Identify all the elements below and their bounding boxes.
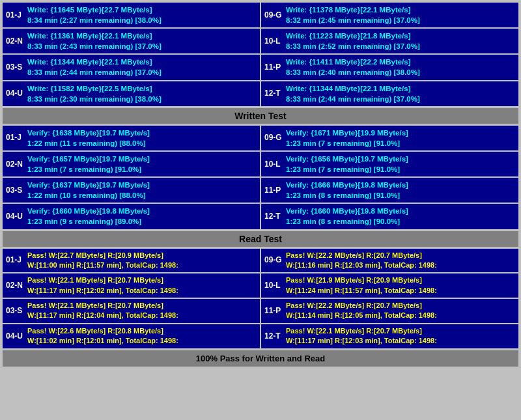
cell-line1: Write: {11344 MByte}[22.1 MByte/s]	[286, 83, 515, 94]
cell-line2: 8:33 min (2:44 min remaining) [37.0%]	[27, 67, 257, 77]
cell-line1: Verify: {1656 MByte}[19.7 MByte/s]	[286, 154, 515, 164]
cell-content: Write: {11378 MByte}[22.1 MByte/s]8:32 m…	[286, 5, 515, 25]
device-cell: 10-LPass! W:[21.9 MByte/s] R:[20.9 MByte…	[261, 273, 518, 298]
device-id: 04-U	[6, 88, 24, 99]
cell-content: Pass! W:[21.9 MByte/s] R:[20.9 MByte/s]W…	[286, 275, 515, 296]
cell-line1: Write: {11378 MByte}[22.1 MByte/s]	[286, 5, 515, 15]
cell-line2: 1:23 min (9 s remaining) [89.0%]	[27, 216, 257, 227]
device-cell: 10-LWrite: {11223 MByte}[21.8 MByte/s]8:…	[261, 29, 518, 53]
device-id: 03-S	[6, 62, 24, 73]
cell-line2: W:[11:16 min] R:[12:03 min], TotalCap: 1…	[286, 260, 515, 270]
cell-line2: 8:33 min (2:44 min remaining) [37.0%]	[286, 94, 515, 104]
cell-line1: Verify: {1657 MByte}[19.7 MByte/s]	[27, 154, 257, 164]
device-cell: 03-SVerify: {1637 MByte}[19.7 MByte/s]1:…	[3, 178, 260, 203]
cell-content: Pass! W:[22.1 MByte/s] R:[20.7 MByte/s]W…	[286, 326, 515, 346]
cell-content: Pass! W:[22.1 MByte/s] R:[20.7 MByte/s]W…	[27, 301, 257, 321]
cell-content: Pass! W:[22.1 MByte/s] R:[20.7 MByte/s]W…	[27, 275, 257, 296]
cell-line1: Pass! W:[22.2 MByte/s] R:[20.7 MByte/s]	[286, 251, 515, 260]
cell-content: Verify: {1637 MByte}[19.7 MByte/s]1:22 m…	[27, 180, 257, 201]
cell-line1: Write: {11223 MByte}[21.8 MByte/s]	[286, 31, 515, 41]
device-cell: 04-UPass! W:[22.6 MByte/s] R:[20.8 MByte…	[3, 324, 260, 348]
device-cell: 12-TVerify: {1660 MByte}[19.8 MByte/s]1:…	[261, 204, 518, 229]
cell-line1: Verify: {1638 MByte}[19.7 MByte/s]	[27, 128, 257, 138]
verify-section: 01-JVerify: {1638 MByte}[19.7 MByte/s]1:…	[3, 126, 518, 229]
cell-line1: Pass! W:[22.6 MByte/s] R:[20.8 MByte/s]	[27, 326, 257, 336]
device-cell: 03-SWrite: {11344 MByte}[22.1 MByte/s]8:…	[3, 55, 260, 79]
device-cell: 09-GVerify: {1671 MByte}[19.9 MByte/s]1:…	[261, 126, 518, 150]
device-cell: 09-GPass! W:[22.2 MByte/s] R:[20.7 MByte…	[261, 249, 518, 273]
device-cell: 01-JPass! W:[22.7 MByte/s] R:[20.9 MByte…	[3, 249, 260, 273]
cell-line2: 8:33 min (2:52 min remaining) [37.0%]	[286, 41, 515, 51]
cell-content: Write: {11223 MByte}[21.8 MByte/s]8:33 m…	[286, 31, 515, 51]
cell-line2: 8:33 min (2:30 min remaining) [38.0%]	[27, 94, 257, 104]
cell-content: Verify: {1660 MByte}[19.8 MByte/s]1:23 m…	[286, 206, 515, 227]
cell-line1: Verify: {1660 MByte}[19.8 MByte/s]	[27, 206, 257, 216]
cell-line2: 8:34 min (2:27 min remaining) [38.0%]	[27, 15, 257, 25]
written-test-label: Written Test	[3, 108, 518, 124]
cell-content: Verify: {1671 MByte}[19.9 MByte/s]1:23 m…	[286, 128, 515, 148]
cell-line2: 8:33 min (2:43 min remaining) [37.0%]	[27, 41, 257, 51]
device-id: 12-T	[264, 88, 283, 99]
cell-content: Verify: {1638 MByte}[19.7 MByte/s]1:22 m…	[27, 128, 257, 148]
cell-content: Write: {11361 MByte}[22.1 MByte/s]8:33 m…	[27, 31, 257, 51]
device-cell: 02-NVerify: {1657 MByte}[19.7 MByte/s]1:…	[3, 152, 260, 176]
cell-line1: Verify: {1666 MByte}[19.8 MByte/s]	[286, 180, 515, 190]
cell-line1: Verify: {1637 MByte}[19.7 MByte/s]	[27, 180, 257, 190]
device-id: 10-L	[264, 280, 283, 291]
device-id: 02-N	[6, 36, 24, 47]
device-id: 02-N	[6, 159, 24, 170]
cell-line2: W:[11:00 min] R:[11:57 min], TotalCap: 1…	[27, 260, 257, 270]
cell-line2: 1:23 min (8 s remaining) [91.0%]	[286, 190, 515, 201]
device-cell: 09-GWrite: {11378 MByte}[22.1 MByte/s]8:…	[261, 3, 518, 27]
device-id: 12-T	[264, 331, 283, 342]
write-section: 01-JWrite: {11645 MByte}[22.7 MByte/s]8:…	[3, 3, 518, 106]
device-id: 04-U	[6, 331, 24, 342]
device-id: 09-G	[264, 132, 283, 143]
cell-line1: Verify: {1660 MByte}[19.8 MByte/s]	[286, 206, 515, 216]
device-id: 11-P	[264, 185, 283, 196]
cell-line2: W:[11:02 min] R:[12:01 min], TotalCap: 1…	[27, 336, 257, 346]
device-id: 02-N	[6, 280, 24, 291]
cell-line2: W:[11:17 min] R:[12:04 min], TotalCap: 1…	[27, 311, 257, 320]
device-id: 04-U	[6, 211, 24, 222]
device-cell: 12-TWrite: {11344 MByte}[22.1 MByte/s]8:…	[261, 81, 518, 106]
device-cell: 10-LVerify: {1656 MByte}[19.7 MByte/s]1:…	[261, 152, 518, 176]
device-cell: 03-SPass! W:[22.1 MByte/s] R:[20.7 MByte…	[3, 299, 260, 323]
cell-line1: Write: {11344 MByte}[22.1 MByte/s]	[27, 57, 257, 67]
cell-line1: Pass! W:[22.1 MByte/s] R:[20.7 MByte/s]	[27, 275, 257, 285]
cell-content: Pass! W:[22.2 MByte/s] R:[20.7 MByte/s]W…	[286, 301, 515, 321]
device-cell: 01-JWrite: {11645 MByte}[22.7 MByte/s]8:…	[3, 3, 260, 27]
cell-line2: 1:23 min (7 s remaining) [91.0%]	[27, 164, 257, 175]
cell-content: Verify: {1660 MByte}[19.8 MByte/s]1:23 m…	[27, 206, 257, 227]
cell-line1: Write: {11582 MByte}[22.5 MByte/s]	[27, 83, 257, 94]
device-cell: 02-NPass! W:[22.1 MByte/s] R:[20.7 MByte…	[3, 273, 260, 298]
cell-content: Verify: {1666 MByte}[19.8 MByte/s]1:23 m…	[286, 180, 515, 201]
cell-content: Pass! W:[22.2 MByte/s] R:[20.7 MByte/s]W…	[286, 251, 515, 271]
cell-line2: W:[11:17 min] R:[12:03 min], TotalCap: 1…	[286, 336, 515, 346]
device-id: 11-P	[264, 62, 283, 73]
cell-content: Pass! W:[22.6 MByte/s] R:[20.8 MByte/s]W…	[27, 326, 257, 346]
device-id: 09-G	[264, 10, 283, 21]
cell-line1: Pass! W:[21.9 MByte/s] R:[20.9 MByte/s]	[286, 275, 515, 285]
cell-line2: 1:23 min (7 s remaining) [91.0%]	[286, 164, 515, 175]
device-cell: 04-UWrite: {11582 MByte}[22.5 MByte/s]8:…	[3, 81, 260, 106]
cell-line1: Write: {11361 MByte}[22.1 MByte/s]	[27, 31, 257, 41]
device-id: 03-S	[6, 185, 24, 196]
cell-line2: 1:23 min (8 s remaining) [90.0%]	[286, 216, 515, 227]
device-cell: 11-PVerify: {1666 MByte}[19.8 MByte/s]1:…	[261, 178, 518, 203]
cell-content: Verify: {1657 MByte}[19.7 MByte/s]1:23 m…	[27, 154, 257, 175]
read-test-label: Read Test	[3, 231, 518, 247]
device-id: 01-J	[6, 255, 24, 266]
cell-line1: Write: {11411 MByte}[22.2 MByte/s]	[286, 57, 515, 67]
cell-line1: Write: {11645 MByte}[22.7 MByte/s]	[27, 5, 257, 15]
device-id: 11-P	[264, 305, 283, 316]
cell-line2: 1:22 min (11 s remaining) [88.0%]	[27, 138, 257, 148]
device-id: 09-G	[264, 255, 283, 266]
cell-line1: Pass! W:[22.2 MByte/s] R:[20.7 MByte/s]	[286, 301, 515, 311]
cell-line2: 1:23 min (7 s remaining) [91.0%]	[286, 138, 515, 148]
device-cell: 01-JVerify: {1638 MByte}[19.7 MByte/s]1:…	[3, 126, 260, 150]
cell-content: Verify: {1656 MByte}[19.7 MByte/s]1:23 m…	[286, 154, 515, 175]
device-cell: 04-UVerify: {1660 MByte}[19.8 MByte/s]1:…	[3, 204, 260, 229]
device-id: 10-L	[264, 36, 283, 47]
device-id: 01-J	[6, 132, 24, 143]
